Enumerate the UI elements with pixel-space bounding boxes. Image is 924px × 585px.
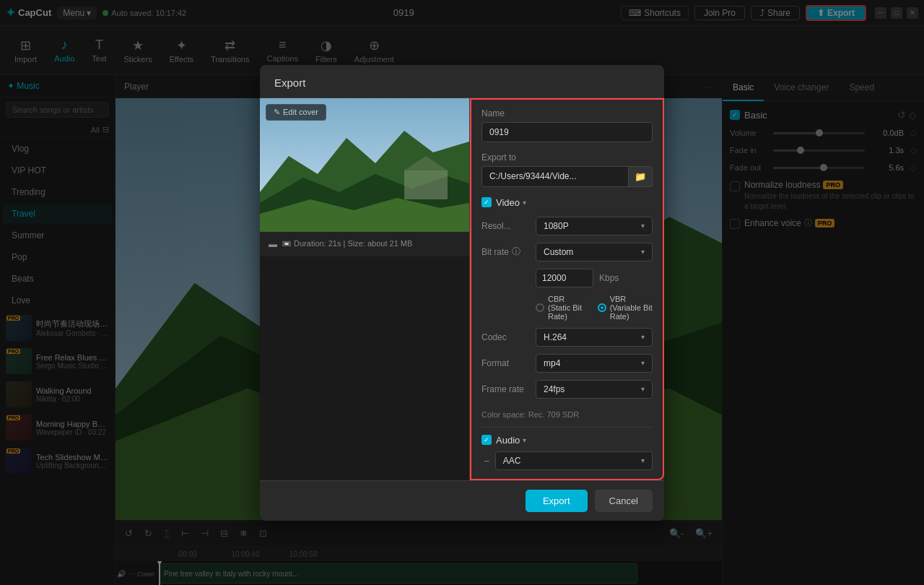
video-label: Video bbox=[496, 197, 520, 208]
resolution-arrow: ▾ bbox=[641, 222, 645, 230]
audio-label: Audio bbox=[496, 435, 520, 446]
svg-rect-8 bbox=[404, 170, 448, 199]
bitrate-value: Custom bbox=[544, 247, 573, 257]
codec-arrow: ▾ bbox=[641, 333, 645, 341]
export-dialog: Export bbox=[260, 65, 664, 521]
cbr-label: CBR (Static Bit Rate) bbox=[548, 295, 586, 321]
resolution-row: Resol... 1080P ▾ bbox=[481, 217, 653, 235]
codec-label: Codec bbox=[481, 332, 536, 342]
name-input[interactable] bbox=[481, 122, 653, 142]
audio-format-arrow: ▾ bbox=[641, 456, 645, 464]
export-to-wrap: 📁 bbox=[481, 166, 653, 187]
dialog-overlay[interactable]: Export bbox=[0, 0, 924, 585]
dialog-export-button[interactable]: Export bbox=[526, 490, 588, 512]
export-to-label: Export to bbox=[481, 152, 653, 162]
bitrate-label: Bit rate ⓘ bbox=[481, 246, 536, 258]
format-select[interactable]: mp4 ▾ bbox=[536, 354, 653, 373]
audio-format-value: AAC bbox=[503, 456, 521, 466]
edit-cover-icon: ✎ bbox=[274, 108, 280, 117]
bitrate-mode-row: CBR (Static Bit Rate) VBR (Variable Bit … bbox=[536, 295, 653, 321]
codec-select[interactable]: H.264 ▾ bbox=[536, 328, 653, 347]
bitrate-select[interactable]: Custom ▾ bbox=[536, 243, 653, 261]
folder-icon: 📁 bbox=[635, 171, 646, 182]
audio-details-row: – AAC ▾ bbox=[484, 451, 653, 470]
audio-arrow: ▾ bbox=[523, 436, 526, 444]
vbr-radio[interactable]: VBR (Variable Bit Rate) bbox=[598, 295, 653, 321]
bitrate-label-text: Bit rate bbox=[481, 247, 509, 257]
video-section-check[interactable]: ✓ bbox=[481, 197, 492, 207]
name-row: Name bbox=[481, 108, 653, 142]
bitrate-unit: Kbps bbox=[599, 273, 619, 283]
folder-browse-button[interactable]: 📁 bbox=[629, 166, 653, 187]
framerate-arrow: ▾ bbox=[641, 385, 645, 393]
codec-value: H.264 bbox=[544, 332, 567, 342]
export-to-row: Export to 📁 bbox=[481, 152, 653, 187]
color-space-row: Color space: Rec. 709 SDR bbox=[481, 409, 653, 420]
preview-footer: ▬ 📼 Duration: 21s | Size: about 21 MB bbox=[260, 232, 469, 256]
video-arrow: ▾ bbox=[523, 199, 526, 207]
preview-image: ✎ Edit cover bbox=[260, 98, 469, 232]
format-label: Format bbox=[481, 358, 536, 368]
resolution-label: Resol... bbox=[481, 221, 536, 231]
video-icon: ▬ bbox=[269, 239, 277, 249]
edit-cover-button[interactable]: ✎ Edit cover bbox=[266, 104, 326, 121]
dialog-preview-pane: ✎ Edit cover ▬ 📼 Duration: 21s | Size: a… bbox=[260, 98, 469, 480]
dialog-body: ✎ Edit cover ▬ 📼 Duration: 21s | Size: a… bbox=[260, 98, 664, 480]
export-path-input[interactable] bbox=[481, 166, 629, 187]
dialog-form-pane: Name Export to 📁 ✓ bbox=[469, 98, 664, 480]
bitrate-row: Bit rate ⓘ Custom ▾ bbox=[481, 243, 653, 261]
format-value: mp4 bbox=[544, 358, 560, 368]
dialog-title: Export bbox=[260, 65, 664, 98]
vbr-radio-circle bbox=[598, 303, 606, 312]
resolution-value: 1080P bbox=[544, 221, 569, 231]
name-label: Name bbox=[481, 108, 653, 118]
bitrate-info-icon: ⓘ bbox=[512, 246, 520, 258]
framerate-row: Frame rate 24fps ▾ bbox=[481, 380, 653, 399]
color-space-text: Color space: Rec. 709 SDR bbox=[481, 410, 579, 419]
codec-row: Codec H.264 ▾ bbox=[481, 328, 653, 347]
duration-info: 📼 Duration: 21s | Size: about 21 MB bbox=[282, 239, 412, 248]
framerate-value: 24fps bbox=[544, 384, 565, 394]
format-row: Format mp4 ▾ bbox=[481, 354, 653, 373]
bitrate-kbps-row: Kbps bbox=[536, 269, 653, 287]
dialog-cancel-button[interactable]: Cancel bbox=[595, 490, 653, 512]
framerate-label: Frame rate bbox=[481, 384, 536, 394]
edit-cover-label: Edit cover bbox=[283, 108, 318, 116]
cbr-radio[interactable]: CBR (Static Bit Rate) bbox=[536, 295, 586, 321]
bitrate-arrow: ▾ bbox=[641, 248, 645, 256]
bitrate-kbps-input[interactable] bbox=[536, 269, 593, 287]
format-arrow: ▾ bbox=[641, 359, 645, 367]
audio-section-row: ✓ Audio ▾ bbox=[481, 427, 653, 446]
framerate-select[interactable]: 24fps ▾ bbox=[536, 380, 653, 399]
audio-format-select[interactable]: AAC ▾ bbox=[495, 451, 653, 470]
vbr-label: VBR (Variable Bit Rate) bbox=[610, 295, 653, 321]
video-section-row: ✓ Video ▾ bbox=[481, 197, 653, 208]
audio-dash: – bbox=[484, 456, 489, 466]
cbr-radio-circle bbox=[536, 303, 544, 312]
resolution-select[interactable]: 1080P ▾ bbox=[536, 217, 653, 235]
audio-section-title: Audio ▾ bbox=[496, 435, 526, 446]
video-section-title: Video ▾ bbox=[496, 197, 526, 208]
dialog-footer: Export Cancel bbox=[260, 480, 664, 521]
audio-section-check[interactable]: ✓ bbox=[481, 435, 492, 445]
